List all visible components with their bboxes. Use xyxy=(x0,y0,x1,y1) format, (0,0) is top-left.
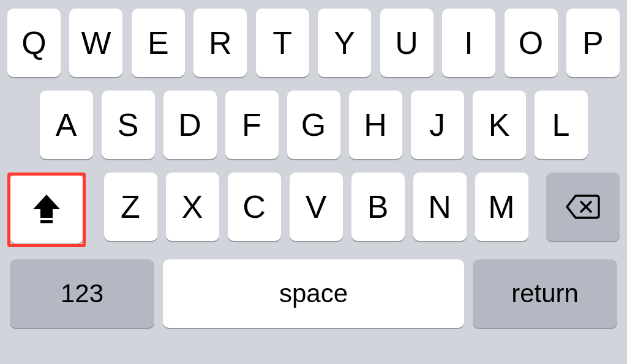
shift-key-wrap xyxy=(7,173,86,246)
shift-icon xyxy=(32,193,61,225)
key-q[interactable]: Q xyxy=(7,9,61,77)
svg-rect-0 xyxy=(40,220,53,223)
key-d[interactable]: D xyxy=(163,91,217,159)
key-k[interactable]: K xyxy=(473,91,526,159)
key-z[interactable]: Z xyxy=(104,173,157,241)
key-j[interactable]: J xyxy=(411,91,464,159)
numbers-key[interactable]: 123 xyxy=(10,259,154,328)
shift-key[interactable] xyxy=(10,175,83,243)
key-w[interactable]: W xyxy=(69,9,122,77)
keyboard-row-3: Z X C V B N M xyxy=(7,173,620,246)
key-g[interactable]: G xyxy=(287,91,340,159)
key-a[interactable]: A xyxy=(40,91,93,159)
backspace-key[interactable] xyxy=(546,173,620,241)
key-l[interactable]: L xyxy=(535,91,588,159)
key-t[interactable]: T xyxy=(256,9,309,77)
return-key[interactable]: return xyxy=(473,259,617,328)
key-n[interactable]: N xyxy=(413,173,467,241)
space-key[interactable]: space xyxy=(163,259,464,328)
key-v[interactable]: V xyxy=(290,173,343,241)
key-x[interactable]: X xyxy=(166,173,219,241)
keyboard-row-3-letters: Z X C V B N M xyxy=(104,173,528,246)
key-r[interactable]: R xyxy=(193,9,247,77)
key-i[interactable]: I xyxy=(442,9,495,77)
backspace-icon xyxy=(566,195,600,219)
key-b[interactable]: B xyxy=(351,173,405,241)
key-f[interactable]: F xyxy=(225,91,279,159)
key-e[interactable]: E xyxy=(132,9,185,77)
key-c[interactable]: C xyxy=(228,173,281,241)
key-p[interactable]: P xyxy=(566,9,620,77)
key-u[interactable]: U xyxy=(380,9,434,77)
keyboard-row-4: 123 space return xyxy=(7,259,620,328)
keyboard-row-2: A S D F G H J K L xyxy=(7,91,620,159)
key-y[interactable]: Y xyxy=(318,9,371,77)
keyboard-row-1: Q W E R T Y U I O P xyxy=(7,9,620,77)
key-s[interactable]: S xyxy=(102,91,155,159)
key-m[interactable]: M xyxy=(475,173,528,241)
key-h[interactable]: H xyxy=(349,91,402,159)
key-o[interactable]: O xyxy=(505,9,558,77)
